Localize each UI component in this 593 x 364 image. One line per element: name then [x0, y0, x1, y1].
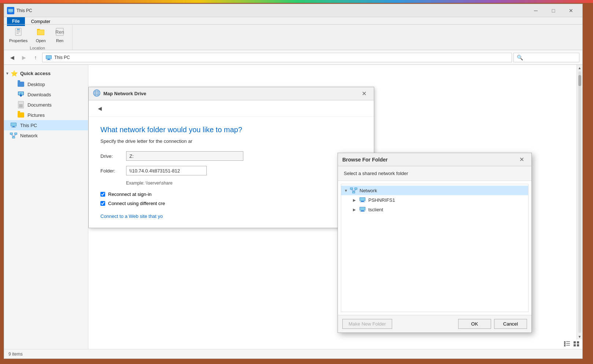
svg-line-29	[11, 135, 14, 136]
up-button[interactable]: ↑	[30, 52, 41, 63]
window-controls: ─ □ ✕	[527, 4, 579, 17]
svg-rect-1	[8, 9, 13, 12]
sidebar-item-this-pc[interactable]: This PC	[4, 120, 88, 130]
status-bar: 9 items	[4, 349, 582, 359]
tree-chevron-tsclient: ▶	[353, 208, 357, 212]
svg-rect-28	[12, 137, 15, 138]
map-drive-dialog: Map Network Drive ✕ ◀ What network folde…	[88, 87, 374, 228]
downloads-icon	[17, 92, 25, 97]
make-new-folder-button[interactable]: Make New Folder	[342, 319, 392, 329]
drive-label: Drive:	[100, 153, 126, 159]
desktop-label: Desktop	[27, 82, 45, 87]
reconnect-label: Reconnect at sign-in	[108, 192, 152, 197]
reconnect-checkbox[interactable]	[100, 192, 105, 197]
svg-rect-26	[15, 133, 17, 134]
search-icon: 🔍	[517, 55, 523, 60]
folder-input[interactable]	[126, 166, 207, 175]
sidebar-item-pictures[interactable]: Pictures	[4, 110, 88, 120]
back-button[interactable]: ◀	[7, 52, 17, 63]
forward-button[interactable]: ▶	[19, 52, 29, 63]
svg-rect-21	[12, 126, 15, 127]
browse-close-button[interactable]: ✕	[516, 154, 527, 165]
downloads-label: Downloads	[27, 92, 51, 97]
connect-diff-label: Connect using different cre	[108, 201, 165, 206]
title-bar: This PC ─ □ ✕	[4, 4, 582, 17]
tree-network-label: Network	[360, 188, 377, 193]
open-icon	[35, 26, 47, 38]
content-area: ▼ ⭐ Quick access Desktop	[4, 65, 582, 349]
svg-rect-59	[577, 341, 579, 343]
documents-icon	[17, 102, 25, 108]
this-pc-label: This PC	[20, 123, 37, 128]
svg-rect-20	[11, 123, 16, 126]
svg-rect-24	[10, 133, 12, 134]
computer-tree-icon-1	[359, 197, 366, 203]
svg-rect-56	[564, 345, 566, 346]
close-button[interactable]: ✕	[563, 4, 579, 17]
sidebar-item-documents[interactable]: Documents	[4, 100, 88, 110]
svg-text:Ren: Ren	[55, 29, 64, 35]
network-label: Network	[20, 133, 38, 138]
this-pc-icon	[10, 122, 17, 128]
computer-tree-icon-2	[359, 207, 366, 212]
scroll-up-arrow[interactable]: ▲	[577, 65, 583, 71]
folder-form-row: Folder:	[100, 166, 362, 175]
connect-diff-checkbox[interactable]	[100, 201, 105, 206]
svg-rect-3	[9, 12, 12, 13]
map-drive-close-button[interactable]: ✕	[358, 88, 369, 99]
map-drive-title-bar: Map Network Drive ✕	[89, 87, 374, 100]
minimize-button[interactable]: ─	[527, 4, 544, 17]
rename-button[interactable]: Ren Ren	[52, 25, 68, 44]
search-box[interactable]: 🔍	[513, 53, 579, 62]
color-strip	[0, 0, 593, 3]
drive-input[interactable]	[126, 151, 243, 161]
svg-rect-15	[48, 59, 50, 60]
properties-label: Properties	[9, 38, 27, 43]
quick-access-label: Quick access	[20, 71, 51, 76]
tree-item-tsclient[interactable]: ▶ tsclient	[341, 205, 528, 214]
browse-footer: Make New Folder OK Cancel	[338, 315, 531, 333]
tree-item-pshnrifs1[interactable]: ▶ PSHNRIFS1	[341, 195, 528, 205]
sidebar-item-quick-access[interactable]: ▼ ⭐ Quick access	[4, 68, 88, 79]
properties-button[interactable]: Properties	[7, 25, 30, 44]
dialog-nav-row: ◀	[89, 100, 374, 117]
browse-subtitle: Select a shared network folder	[338, 166, 531, 181]
ribbon-buttons: Properties Open	[7, 25, 68, 44]
web-site-link[interactable]: Connect to a Web site that yo	[100, 213, 163, 219]
pshnrifs1-label: PSHNRIFS1	[368, 197, 395, 203]
svg-rect-45	[360, 198, 365, 201]
maximize-button[interactable]: □	[545, 4, 562, 17]
properties-icon	[12, 26, 24, 38]
main-content-area	[88, 65, 582, 79]
svg-rect-51	[360, 211, 365, 212]
pictures-label: Pictures	[27, 112, 45, 118]
sidebar: ▼ ⭐ Quick access Desktop	[4, 65, 88, 349]
sidebar-item-downloads[interactable]: Downloads	[4, 89, 88, 100]
sidebar-item-network[interactable]: Network	[4, 130, 88, 141]
star-icon: ⭐	[11, 70, 18, 77]
chevron-down-icon: ▼	[5, 71, 9, 75]
scroll-thumb[interactable]	[578, 75, 581, 86]
open-button[interactable]: Open	[33, 25, 49, 44]
address-box[interactable]: This PC	[42, 53, 512, 62]
svg-rect-14	[46, 56, 51, 59]
rename-label: Ren	[56, 38, 63, 43]
svg-rect-49	[360, 207, 365, 210]
ok-button[interactable]: OK	[458, 319, 491, 329]
svg-rect-60	[574, 344, 576, 346]
svg-rect-10	[37, 30, 44, 35]
dialog-back-button[interactable]: ◀	[95, 103, 105, 114]
scrollbar-right[interactable]: ▲ ▼	[577, 65, 582, 339]
svg-rect-41	[353, 192, 355, 193]
svg-rect-22	[11, 127, 16, 127]
cancel-button[interactable]: Cancel	[494, 319, 527, 329]
browse-tree: ▼	[341, 184, 528, 312]
large-icons-view-button[interactable]	[572, 340, 581, 348]
main-content: Map Network Drive ✕ ◀ What network folde…	[88, 65, 582, 349]
details-view-button[interactable]	[563, 340, 571, 348]
svg-rect-37	[350, 188, 353, 189]
svg-rect-55	[566, 343, 570, 344]
sidebar-item-desktop[interactable]: Desktop	[4, 79, 88, 89]
tree-item-network[interactable]: ▼	[341, 186, 528, 195]
browse-title-bar: Browse For Folder ✕	[338, 153, 531, 166]
